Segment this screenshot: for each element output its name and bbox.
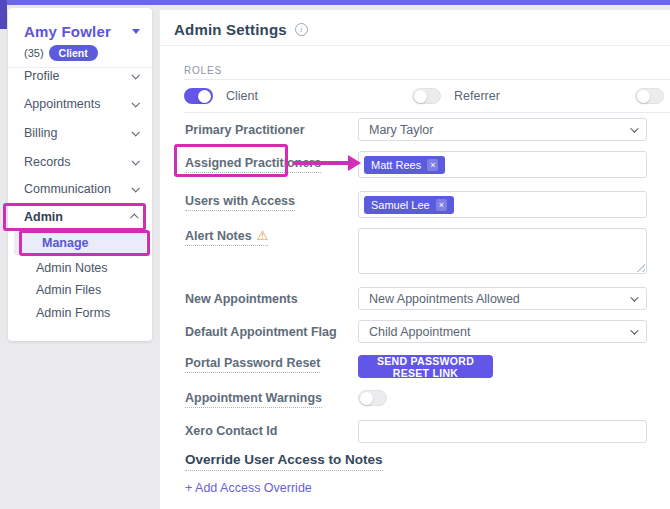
chevron-up-icon — [130, 213, 138, 221]
chip-remove-icon[interactable]: × — [427, 159, 438, 171]
field-label-xero-contact-id: Xero Contact Id — [185, 424, 277, 438]
sidebar-subitem-label: Admin Notes — [36, 261, 108, 275]
sidebar-subitem-label: Admin Files — [36, 283, 101, 297]
client-age: (35) — [24, 47, 44, 59]
xero-contact-id-input[interactable] — [358, 420, 647, 443]
role-client: Client — [184, 88, 258, 104]
appointment-warnings-toggle[interactable] — [358, 390, 387, 406]
chevron-down-icon — [131, 157, 139, 165]
toggle-knob — [198, 90, 211, 103]
resize-handle-icon[interactable] — [636, 263, 645, 272]
field-label-appointment-warnings: Appointment Warnings — [185, 391, 322, 408]
toggle-knob — [414, 90, 427, 103]
toggle-knob — [637, 90, 650, 103]
primary-practitioner-select[interactable]: Mary Taylor — [358, 118, 647, 141]
sidebar-item-records[interactable]: Records — [8, 150, 152, 174]
sidebar-item-label: Communication — [24, 182, 111, 196]
sidebar-item-admin-notes[interactable]: Admin Notes — [8, 256, 152, 280]
divider — [184, 112, 670, 113]
chevron-down-icon — [131, 128, 139, 136]
toggle-knob — [360, 392, 373, 405]
chip-remove-icon[interactable]: × — [436, 199, 447, 211]
screen: Amy Fowler (35) Client Profile Appointme… — [0, 0, 670, 509]
select-value: Child Appointment — [369, 325, 470, 339]
info-icon[interactable]: i — [295, 23, 308, 36]
chevron-down-icon — [630, 293, 638, 301]
sidebar-item-label: Profile — [24, 69, 59, 83]
override-access-heading: Override User Access to Notes — [185, 452, 383, 471]
client-meta: (35) Client — [24, 44, 98, 61]
field-label-assigned-practitioners: Assigned Practitioners — [185, 156, 321, 173]
sidebar-item-appointments[interactable]: Appointments — [8, 92, 152, 116]
referrer-role-toggle[interactable] — [412, 88, 441, 104]
sidebar-subitem-label: Admin Forms — [36, 306, 110, 320]
divider — [184, 79, 670, 80]
toggle-label: Client — [226, 89, 258, 103]
practitioner-chip: Matt Rees × — [364, 156, 445, 174]
sidebar-item-label: Billing — [24, 126, 57, 140]
chip-label: Samuel Lee — [371, 199, 430, 211]
sidebar-item-manage[interactable]: Manage — [14, 231, 146, 255]
assigned-practitioners-input[interactable]: Matt Rees × — [358, 151, 647, 178]
page-title: Admin Settings — [174, 21, 287, 38]
third-role-toggle[interactable] — [635, 88, 664, 104]
add-access-override-link[interactable]: + Add Access Override — [185, 481, 312, 495]
admin-settings-panel: Admin Settings i ROLES Client Referrer C… — [160, 10, 670, 509]
sidebar-item-billing[interactable]: Billing — [8, 121, 152, 145]
sidebar-subitem-label: Manage — [42, 236, 89, 250]
new-appointments-select[interactable]: New Appointments Allowed — [358, 287, 647, 310]
role-third-cutoff: C — [635, 88, 670, 104]
sidebar-item-admin-forms[interactable]: Admin Forms — [8, 301, 152, 325]
field-label-new-appointments: New Appointments — [185, 292, 298, 306]
client-name: Amy Fowler — [24, 23, 111, 40]
chevron-down-icon — [131, 99, 139, 107]
users-with-access-input[interactable]: Samuel Lee × — [358, 191, 647, 218]
sidebar-item-admin-files[interactable]: Admin Files — [8, 278, 152, 302]
warning-icon: ⚠ — [257, 228, 269, 243]
client-sidebar: Amy Fowler (35) Client Profile Appointme… — [8, 8, 152, 341]
chevron-down-icon — [131, 71, 139, 79]
default-appointment-flag-select[interactable]: Child Appointment — [358, 320, 647, 343]
client-header[interactable]: Amy Fowler — [24, 21, 140, 41]
sidebar-item-profile[interactable]: Profile — [8, 64, 152, 88]
send-password-reset-button[interactable]: SEND PASSWORD RESET LINK — [358, 355, 493, 378]
divider — [160, 45, 670, 46]
client-type-badge: Client — [49, 45, 98, 61]
chevron-down-icon — [630, 326, 638, 334]
user-chip: Samuel Lee × — [364, 196, 454, 214]
field-label-primary-practitioner: Primary Practitioner — [185, 123, 305, 137]
sidebar-item-label: Appointments — [24, 97, 100, 111]
chevron-down-icon — [630, 124, 638, 132]
top-accent-bar — [0, 0, 670, 5]
sidebar-item-admin[interactable]: Admin — [8, 205, 152, 229]
chip-label: Matt Rees — [371, 159, 421, 171]
sidebar-item-communication[interactable]: Communication — [8, 177, 152, 201]
sidebar-item-label: Admin — [24, 210, 63, 224]
chevron-down-icon — [131, 184, 139, 192]
sidebar-item-label: Records — [24, 155, 71, 169]
toggle-label: Referrer — [454, 89, 500, 103]
field-label-default-appointment-flag: Default Appointment Flag — [185, 325, 337, 339]
alert-notes-textarea[interactable] — [358, 228, 647, 274]
field-label-portal-password-reset: Portal Password Reset — [185, 356, 320, 373]
select-value: Mary Taylor — [369, 123, 433, 137]
left-accent-notch — [0, 0, 7, 29]
select-value: New Appointments Allowed — [369, 292, 520, 306]
role-referrer: Referrer — [412, 88, 500, 104]
field-label-users-with-access: Users with Access — [185, 194, 295, 211]
roles-section-label: ROLES — [184, 65, 222, 76]
client-role-toggle[interactable] — [184, 88, 213, 104]
dropdown-caret-icon[interactable] — [132, 29, 140, 34]
field-label-alert-notes: Alert Notes⚠ — [185, 228, 268, 246]
